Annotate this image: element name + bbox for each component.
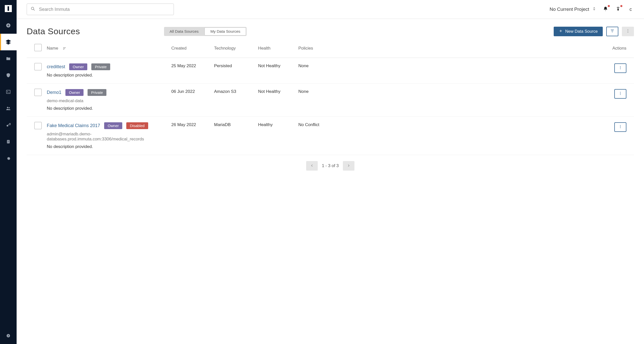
svg-point-6	[7, 334, 10, 337]
private-tag: Private	[91, 63, 110, 70]
svg-point-10	[628, 31, 628, 31]
svg-point-13	[620, 67, 621, 68]
shield-icon	[6, 72, 11, 78]
column-header-created[interactable]: Created	[171, 39, 214, 58]
notifications-button[interactable]	[602, 6, 609, 13]
terminal-icon	[6, 89, 11, 95]
key-icon	[6, 122, 11, 128]
row-actions-button[interactable]	[614, 63, 626, 73]
cell-technology: Amazon S3	[214, 84, 258, 117]
new-data-source-button[interactable]: New Data Source	[554, 27, 603, 36]
column-header-policies[interactable]: Policies	[298, 39, 337, 58]
sidebar-item-policies[interactable]	[0, 67, 17, 84]
sidebar-item-people[interactable]	[0, 100, 17, 117]
column-header-technology[interactable]: Technology	[214, 39, 258, 58]
connection-button[interactable]	[615, 6, 621, 13]
cell-created: 06 Jun 2022	[171, 84, 214, 117]
search-box[interactable]	[27, 4, 174, 15]
data-source-description: No description provided.	[47, 106, 169, 111]
page-range: 1 - 3 of 3	[322, 163, 339, 168]
select-all-checkbox[interactable]	[34, 44, 42, 51]
page-header: Data Sources All Data Sources My Data So…	[17, 19, 644, 39]
cell-health: Not Healthy	[258, 58, 298, 84]
svg-point-9	[628, 29, 628, 30]
sort-icon	[62, 46, 67, 51]
user-avatar[interactable]: c	[627, 6, 634, 13]
sidebar-item-add[interactable]	[0, 17, 17, 34]
svg-rect-8	[618, 9, 619, 10]
cell-health: Healthy	[258, 117, 298, 155]
cell-technology: Persisted	[214, 58, 258, 84]
row-checkbox[interactable]	[34, 122, 42, 129]
data-sources-table: Name Created Technology Health Policies …	[27, 39, 634, 155]
data-source-link[interactable]: Demo1	[47, 90, 61, 95]
cell-technology: MariaDB	[214, 117, 258, 155]
svg-point-19	[620, 126, 621, 127]
search-input[interactable]	[39, 7, 170, 12]
column-header-health[interactable]: Health	[258, 39, 298, 58]
more-vertical-icon	[626, 29, 630, 34]
disabled-tag: Disabled	[126, 122, 148, 129]
column-header-name[interactable]: Name	[47, 39, 171, 58]
cell-created: 25 May 2022	[171, 58, 214, 84]
filter-button[interactable]	[606, 27, 618, 36]
page-prev-button[interactable]	[306, 161, 318, 171]
sidebar	[0, 0, 17, 344]
tab-all-data-sources[interactable]: All Data Sources	[164, 27, 204, 36]
private-tag: Private	[88, 89, 106, 96]
svg-point-4	[7, 125, 8, 127]
tab-my-data-sources[interactable]: My Data Sources	[205, 27, 246, 35]
more-vertical-icon	[618, 125, 622, 130]
cell-policies: None	[298, 84, 337, 117]
table-row: Fake Medical Claims 2017OwnerDisabledadm…	[27, 117, 634, 155]
data-source-link[interactable]: credittest	[47, 64, 65, 69]
sidebar-item-reports[interactable]	[0, 133, 17, 150]
sidebar-item-settings[interactable]	[0, 150, 17, 167]
main: No Current Project c Data Sources All Da…	[17, 0, 644, 344]
data-source-description: No description provided.	[47, 73, 169, 78]
svg-point-2	[7, 107, 9, 108]
sidebar-item-security[interactable]	[0, 117, 17, 133]
svg-point-16	[620, 93, 621, 93]
toggle-group: All Data Sources My Data Sources	[164, 27, 247, 36]
cell-policies: No Conflict	[298, 117, 337, 155]
logo[interactable]	[5, 5, 12, 12]
more-actions-button[interactable]	[622, 27, 634, 36]
more-vertical-icon	[618, 66, 622, 71]
column-header-actions: Actions	[337, 39, 634, 58]
row-actions-button[interactable]	[614, 89, 626, 99]
pagination: 1 - 3 of 3	[27, 155, 634, 181]
gear-icon	[6, 156, 11, 161]
sidebar-item-collapse[interactable]	[0, 327, 17, 344]
folder-icon	[6, 56, 11, 61]
bell-icon	[603, 6, 608, 12]
layers-icon	[6, 39, 11, 45]
page-title: Data Sources	[27, 26, 80, 36]
project-selector[interactable]: No Current Project	[550, 7, 596, 12]
sidebar-item-projects[interactable]	[0, 50, 17, 67]
cell-health: Not Healthy	[258, 84, 298, 117]
filter-icon	[610, 29, 615, 34]
svg-rect-1	[7, 90, 10, 93]
svg-point-15	[620, 92, 621, 92]
sidebar-item-terminal[interactable]	[0, 84, 17, 100]
cell-policies: None	[298, 58, 337, 84]
table-row: Demo1OwnerPrivatedemo-medical-dataNo des…	[27, 84, 634, 117]
new-data-source-label: New Data Source	[565, 29, 598, 34]
row-actions-button[interactable]	[614, 122, 626, 132]
cell-created: 26 May 2022	[171, 117, 214, 155]
page-next-button[interactable]	[343, 161, 354, 171]
sidebar-item-data-sources[interactable]	[0, 34, 17, 50]
plus-circle-icon	[6, 23, 11, 28]
people-icon	[6, 106, 11, 111]
connection-dot	[620, 5, 622, 7]
row-checkbox[interactable]	[34, 89, 42, 96]
owner-tag: Owner	[104, 122, 122, 129]
report-icon	[6, 139, 11, 144]
row-checkbox[interactable]	[34, 63, 42, 70]
chevron-left-icon	[310, 164, 314, 168]
plus-icon	[559, 29, 563, 34]
svg-point-17	[620, 94, 621, 95]
data-source-link[interactable]: Fake Medical Claims 2017	[47, 123, 100, 128]
more-vertical-icon	[618, 91, 622, 97]
